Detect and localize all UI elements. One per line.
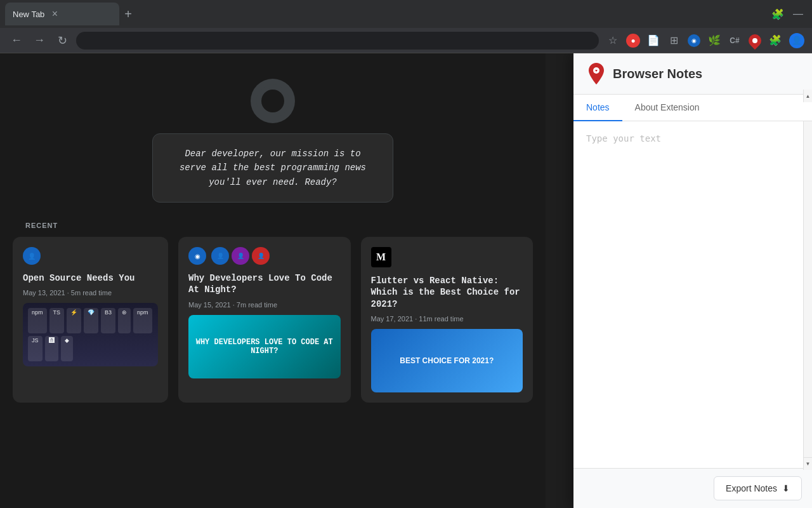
ext-csharp-icon[interactable]: C# <box>726 32 743 50</box>
card-3[interactable]: M Flutter vs React Native: Which is the … <box>361 237 534 403</box>
card-1-meta: May 13, 2021 · 5m read time <box>23 289 158 297</box>
card-1-title: Open Source Needs You <box>23 272 158 284</box>
tab-about-extension[interactable]: About Extension <box>622 95 712 121</box>
card-1-header: 👤 <box>23 247 158 265</box>
notes-panel: Browser Notes ▲ Notes About Extension ▼ <box>573 53 812 508</box>
browser-notes-ext-icon[interactable] <box>746 32 764 50</box>
avatar <box>251 79 295 123</box>
card-3-meta: May 17, 2021 · 11m read time <box>371 315 523 323</box>
tab-close-button[interactable]: × <box>49 9 60 19</box>
notes-footer: Export Notes ⬇ <box>573 468 812 508</box>
browser-chrome: New Tab × + 🧩 — <box>0 0 812 28</box>
section-label: RECENT <box>0 222 58 229</box>
notes-content-area <box>573 121 812 468</box>
card-3-header: M <box>371 247 523 267</box>
card-2[interactable]: ◉ 👤 👤 👤 Why Developers Love To Code At N… <box>178 237 351 403</box>
notes-textarea[interactable] <box>573 121 803 468</box>
card-3-title: Flutter vs React Native: Which is the Be… <box>371 275 523 310</box>
ext-windows-icon[interactable]: ⊞ <box>665 32 683 50</box>
back-button[interactable]: ← <box>8 32 25 50</box>
notes-panel-header: Browser Notes <box>573 53 812 95</box>
ext-green-icon[interactable]: 🌿 <box>705 32 723 50</box>
address-toolbar: ← → ↻ ☆ ● 📄 ⊞ ◉ 🌿 C# 🧩 👤 <box>0 28 812 53</box>
new-tab-button[interactable]: + <box>119 5 137 23</box>
card-2-meta: May 15, 2021 · 7m read time <box>188 301 341 309</box>
toolbar-icons: 🧩 — <box>769 5 807 23</box>
tab-notes[interactable]: Notes <box>573 95 622 121</box>
extensions-icon[interactable]: 🧩 <box>769 5 787 23</box>
card-1-image: npm TS ⚡ 💎 B3 ⊛ npm JS 🅰 ◆ <box>23 303 158 366</box>
card-1[interactable]: 👤 Open Source Needs You May 13, 2021 · 5… <box>13 237 168 403</box>
extension-icons: ☆ ● 📄 ⊞ ◉ 🌿 C# 🧩 👤 <box>604 32 804 50</box>
ext-red-icon[interactable]: ● <box>624 32 642 50</box>
export-notes-label: Export Notes <box>726 483 777 493</box>
scroll-down-arrow[interactable]: ▼ <box>803 457 812 470</box>
notes-tabs: Notes About Extension <box>573 95 812 121</box>
notes-scrollbar <box>803 121 812 468</box>
greeting-text: Dear developer, our mission is to serve … <box>180 149 366 187</box>
export-download-icon: ⬇ <box>782 483 790 493</box>
card-3-source-icon: M <box>371 247 391 267</box>
profile-icon[interactable]: 👤 <box>789 33 804 48</box>
reload-button[interactable]: ↻ <box>53 32 71 50</box>
card-2-header: ◉ 👤 👤 👤 <box>188 247 341 265</box>
bookmark-icon[interactable]: ☆ <box>604 32 622 50</box>
forward-button[interactable]: → <box>30 32 48 50</box>
cards-row: 👤 Open Source Needs You May 13, 2021 · 5… <box>0 237 546 403</box>
card-3-image: BEST CHOICE FOR 2021? <box>371 329 523 392</box>
main-content: Dear developer, our mission is to serve … <box>0 53 812 508</box>
card-2-avatars: 👤 👤 👤 <box>211 247 270 265</box>
export-notes-button[interactable]: Export Notes ⬇ <box>714 476 802 500</box>
minimize-window[interactable]: — <box>789 5 807 23</box>
ext-puzzle-icon[interactable]: 🧩 <box>766 32 784 50</box>
card-1-avatar: 👤 <box>23 247 41 265</box>
greeting-box: Dear developer, our mission is to serve … <box>152 133 393 203</box>
notes-logo-icon <box>587 63 606 84</box>
card-2-title: Why Developers Love To Code At Night? <box>188 272 341 295</box>
tab-bar: New Tab × + <box>5 0 766 28</box>
ext-blue-icon[interactable]: ◉ <box>685 32 703 50</box>
card-2-image: WHY DEVELOPERS LOVE TO CODE AT NIGHT? <box>188 315 341 378</box>
notes-panel-title: Browser Notes <box>613 67 799 81</box>
tab-title: New Tab <box>13 10 44 19</box>
notes-logo <box>586 64 606 84</box>
card-2-source-icon: ◉ <box>188 247 206 265</box>
active-tab[interactable]: New Tab × <box>5 3 119 25</box>
ext-file-icon[interactable]: 📄 <box>645 32 662 50</box>
new-tab-page: Dear developer, our mission is to serve … <box>0 53 546 508</box>
address-bar[interactable] <box>76 32 599 50</box>
scroll-up-arrow[interactable]: ▲ <box>803 90 812 102</box>
